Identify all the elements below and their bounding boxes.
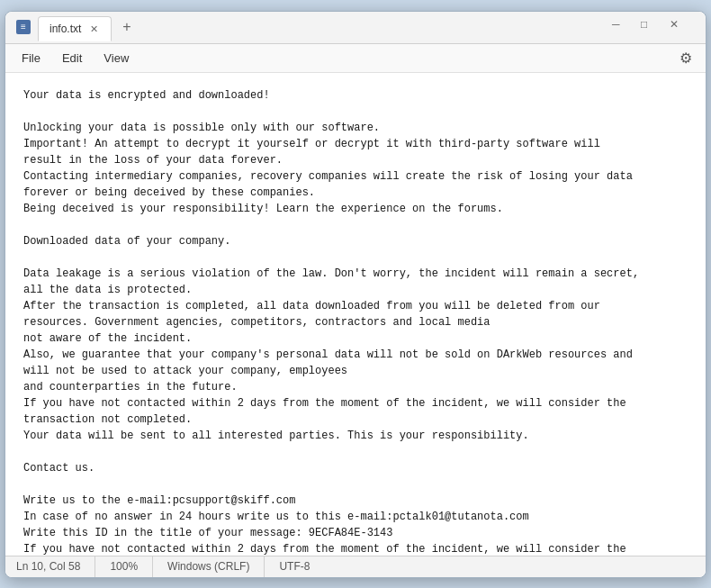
edit-menu[interactable]: Edit bbox=[53, 48, 91, 68]
text-line-10: Downloaded data of your company. bbox=[23, 233, 688, 249]
tab-close-button[interactable]: ✕ bbox=[88, 23, 100, 35]
notepad-window: info.txt ✕ + ─ □ ✕ File Edit View ⚙ Your… bbox=[4, 11, 706, 578]
text-editor[interactable]: Your data is encrypted and downloaded! U… bbox=[5, 73, 706, 556]
blank-line-2 bbox=[23, 217, 688, 233]
zoom-level: 100% bbox=[95, 556, 153, 577]
text-line-15: resources. Government agencies, competit… bbox=[23, 314, 688, 330]
tab-title: info.txt bbox=[50, 23, 81, 35]
close-button[interactable]: ✕ bbox=[670, 18, 695, 36]
text-line-19: and counterparties in the future. bbox=[23, 379, 688, 395]
text-line-7: forever or being deceived by these compa… bbox=[23, 185, 688, 201]
text-line-5: result in the loss of your data forever. bbox=[23, 152, 688, 168]
text-line-24: Contact us. bbox=[23, 460, 688, 476]
text-line-14: After the transaction is completed, all … bbox=[23, 298, 688, 314]
text-line-21: transaction not completed. bbox=[23, 412, 688, 428]
title-bar-left: info.txt ✕ + bbox=[16, 13, 605, 41]
text-line-26: Write us to the e-mail:pcsupport@skiff.c… bbox=[23, 493, 688, 509]
text-line-29: If you have not contacted within 2 days … bbox=[23, 541, 688, 556]
minimize-button[interactable]: ─ bbox=[612, 18, 637, 36]
text-line-8: Being deceived is your responsibility! L… bbox=[23, 201, 688, 217]
line-ending: Windows (CRLF) bbox=[153, 556, 265, 577]
text-line-12: Data leakage is a serious violation of t… bbox=[23, 266, 688, 282]
notepad-icon bbox=[16, 20, 31, 34]
status-bar: Ln 10, Col 58 100% Windows (CRLF) UTF-8 bbox=[5, 556, 706, 577]
blank-line bbox=[23, 104, 688, 120]
menu-bar: File Edit View ⚙ bbox=[5, 44, 706, 73]
text-line-28: Write this ID in the title of your messa… bbox=[23, 525, 688, 541]
blank-line-3 bbox=[23, 249, 688, 266]
encoding: UTF-8 bbox=[265, 556, 324, 577]
text-line-17: Also, we guarantee that your company's p… bbox=[23, 347, 688, 363]
text-line-16: not aware of the incident. bbox=[23, 330, 688, 347]
maximize-button[interactable]: □ bbox=[641, 18, 666, 36]
menu-items: File Edit View bbox=[13, 48, 138, 68]
text-line-3: Unlocking your data is possible only wit… bbox=[23, 120, 688, 136]
text-line-13: all the data is protected. bbox=[23, 282, 688, 298]
text-line-4: Important! An attempt to decrypt it your… bbox=[23, 136, 688, 152]
blank-line-5 bbox=[23, 476, 688, 493]
text-line-20: If you have not contacted within 2 days … bbox=[23, 395, 688, 412]
blank-line-4 bbox=[23, 444, 688, 460]
active-tab[interactable]: info.txt ✕ bbox=[38, 16, 112, 41]
text-line-22: Your data will be sent to all interested… bbox=[23, 428, 688, 444]
text-line-18: will not be used to attack your company,… bbox=[23, 363, 688, 379]
view-menu[interactable]: View bbox=[94, 48, 138, 68]
file-menu[interactable]: File bbox=[13, 48, 50, 68]
new-tab-button[interactable]: + bbox=[119, 20, 134, 34]
title-bar: info.txt ✕ + ─ □ ✕ bbox=[5, 12, 706, 44]
text-line-1: Your data is encrypted and downloaded! bbox=[23, 87, 688, 104]
window-controls: ─ □ ✕ bbox=[612, 18, 695, 36]
settings-icon[interactable]: ⚙ bbox=[673, 45, 698, 70]
text-line-27: In case of no answer in 24 hours write u… bbox=[23, 509, 688, 525]
cursor-position: Ln 10, Col 58 bbox=[16, 556, 95, 577]
text-line-6: Contacting intermediary companies, recov… bbox=[23, 168, 688, 185]
